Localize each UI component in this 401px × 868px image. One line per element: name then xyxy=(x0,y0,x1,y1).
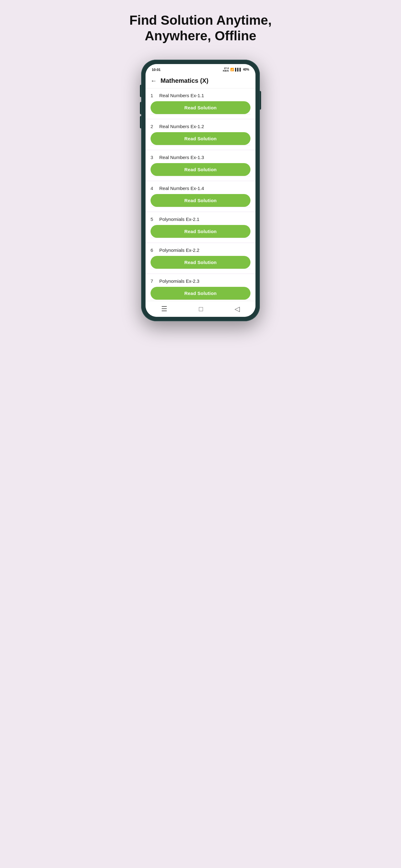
item-number: 7 xyxy=(151,278,159,284)
data-unit: KB/S xyxy=(223,70,229,72)
item-header: 7Polynomials Ex-2.3 xyxy=(151,278,250,284)
item-label: Polynomials Ex-2.1 xyxy=(159,217,199,222)
item-label: Real Numbers Ex-1.1 xyxy=(159,93,204,98)
home-icon[interactable]: □ xyxy=(199,305,203,313)
list-item: 3Real Numbers Ex-1.3Read Solution xyxy=(145,150,256,181)
screen-title: Mathematics (X) xyxy=(161,77,208,84)
read-solution-button[interactable]: Read Solution xyxy=(151,287,250,300)
item-header: 6Polynomials Ex-2.2 xyxy=(151,247,250,253)
item-header: 5Polynomials Ex-2.1 xyxy=(151,217,250,222)
page-title: Find Solution Anytime, Anywhere, Offline xyxy=(129,12,272,44)
back-arrow-icon[interactable]: ← xyxy=(151,77,157,84)
read-solution-button[interactable]: Read Solution xyxy=(151,194,250,207)
read-solution-button[interactable]: Read Solution xyxy=(151,132,250,145)
item-header: 2Real Numbers Ex-1.2 xyxy=(151,124,250,129)
item-header: 1Real Numbers Ex-1.1 xyxy=(151,93,250,98)
item-label: Polynomials Ex-2.3 xyxy=(159,278,199,284)
battery-level: 40% xyxy=(243,68,249,71)
read-solution-button[interactable]: Read Solution xyxy=(151,256,250,269)
item-header: 3Real Numbers Ex-1.3 xyxy=(151,155,250,160)
item-label: Real Numbers Ex-1.4 xyxy=(159,186,204,191)
phone-screen: 10:01 27.0 KB/S 📶 ▌▌▌ 40% ← Mathematics … xyxy=(145,64,256,317)
item-number: 4 xyxy=(151,186,159,191)
status-bar: 10:01 27.0 KB/S 📶 ▌▌▌ 40% xyxy=(145,64,256,74)
read-solution-button[interactable]: Read Solution xyxy=(151,163,250,176)
bottom-nav: ☰ □ ◁ xyxy=(145,301,256,317)
list-item: 7Polynomials Ex-2.3Read Solution xyxy=(145,274,256,301)
wifi-icon: 📶 xyxy=(230,68,234,71)
nav-bar: ← Mathematics (X) xyxy=(145,74,256,88)
phone-frame: 10:01 27.0 KB/S 📶 ▌▌▌ 40% ← Mathematics … xyxy=(141,60,260,321)
item-header: 4Real Numbers Ex-1.4 xyxy=(151,186,250,191)
menu-icon[interactable]: ☰ xyxy=(161,305,167,313)
item-number: 2 xyxy=(151,124,159,129)
read-solution-button[interactable]: Read Solution xyxy=(151,225,250,238)
list-item: 1Real Numbers Ex-1.1Read Solution xyxy=(145,88,256,119)
status-bar-right: 27.0 KB/S 📶 ▌▌▌ 40% xyxy=(223,67,249,72)
item-label: Real Numbers Ex-1.2 xyxy=(159,124,204,129)
status-time: 10:01 xyxy=(152,68,161,71)
item-number: 3 xyxy=(151,155,159,160)
list-item: 6Polynomials Ex-2.2Read Solution xyxy=(145,243,256,273)
list-container: 1Real Numbers Ex-1.1Read Solution2Real N… xyxy=(145,88,256,301)
list-item: 2Real Numbers Ex-1.2Read Solution xyxy=(145,119,256,150)
item-number: 6 xyxy=(151,247,159,253)
back-icon[interactable]: ◁ xyxy=(235,305,240,313)
item-label: Polynomials Ex-2.2 xyxy=(159,247,199,253)
list-item: 4Real Numbers Ex-1.4Read Solution xyxy=(145,181,256,212)
signal-icon: ▌▌▌ xyxy=(235,68,242,71)
item-label: Real Numbers Ex-1.3 xyxy=(159,155,204,160)
item-number: 1 xyxy=(151,93,159,98)
list-item: 5Polynomials Ex-2.1Read Solution xyxy=(145,212,256,243)
item-number: 5 xyxy=(151,217,159,222)
read-solution-button[interactable]: Read Solution xyxy=(151,101,250,114)
